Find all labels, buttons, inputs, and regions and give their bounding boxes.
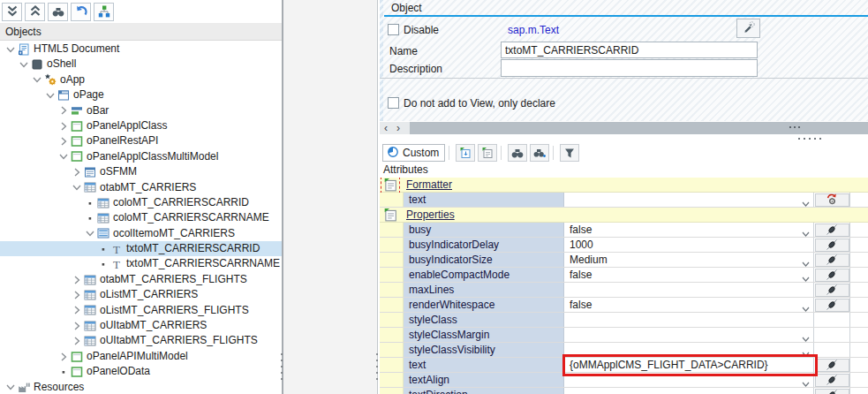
tree-item-label: oPage bbox=[73, 87, 104, 102]
tree-item-label: oBar bbox=[87, 103, 109, 118]
panel-splitter-middle[interactable] bbox=[377, 0, 378, 394]
find-next-attribute-button[interactable] bbox=[530, 144, 549, 162]
declare-only-checkbox[interactable] bbox=[388, 97, 399, 109]
tree-item-ouitabmt-carriers-flights[interactable]: oUItabMT_CARRIERS_FLIGHTS bbox=[0, 333, 282, 348]
bind-property-button[interactable] bbox=[815, 239, 849, 252]
undo-button[interactable] bbox=[71, 3, 91, 21]
expand-arrow-icon[interactable] bbox=[71, 320, 83, 332]
attr-value-field[interactable]: {oMMApplCMS_FLIGHT_DATA>CARRID} bbox=[564, 358, 814, 372]
attr-label: busyIndicatorSize bbox=[404, 253, 564, 267]
attr-value-field[interactable]: false bbox=[564, 268, 814, 282]
bind-property-button[interactable] bbox=[815, 389, 849, 394]
collapse-arrow-icon[interactable] bbox=[4, 381, 17, 393]
attr-value-field[interactable] bbox=[564, 313, 814, 327]
attr-value-field[interactable] bbox=[564, 343, 814, 357]
attr-value-field[interactable]: Medium bbox=[564, 253, 814, 267]
attr-value-field[interactable] bbox=[564, 388, 814, 394]
control-class-link[interactable]: sap.m.Text bbox=[508, 24, 559, 36]
filter-attributes-button[interactable] bbox=[560, 144, 579, 162]
tree-item-resources[interactable]: Resources bbox=[0, 380, 282, 394]
tree-item-opanelapplclass[interactable]: oPanelApplClass bbox=[0, 118, 282, 133]
bind-property-button[interactable] bbox=[815, 269, 849, 282]
expand-arrow-icon[interactable] bbox=[57, 135, 70, 148]
tree-item-colomt-carrierscarrid[interactable]: coloMT_CARRIERSCARRID bbox=[0, 195, 282, 210]
attr-value-field[interactable]: false bbox=[564, 223, 814, 237]
svg-text:T: T bbox=[113, 258, 120, 270]
collapse-arrow-icon[interactable] bbox=[84, 227, 96, 239]
bind-property-button[interactable] bbox=[815, 284, 849, 297]
attr-value-field[interactable]: false bbox=[564, 298, 814, 312]
splitter-grip-middle[interactable] bbox=[374, 353, 379, 380]
collapse-all-button[interactable] bbox=[25, 3, 45, 21]
tree-item-opage[interactable]: oPage bbox=[0, 87, 282, 102]
expand-all-button[interactable] bbox=[2, 3, 22, 21]
tree-item-html5-document[interactable]: HTML5 Document bbox=[0, 42, 282, 57]
attr-section-label[interactable]: Formatter bbox=[406, 178, 452, 191]
pick-control-button[interactable] bbox=[736, 19, 760, 38]
attr-value-field[interactable] bbox=[564, 283, 814, 297]
collapse-categories-button[interactable] bbox=[478, 144, 497, 162]
tree-item-oapp[interactable]: oApp bbox=[0, 72, 282, 87]
scroll-left-icon[interactable]: ‹ bbox=[380, 122, 392, 134]
attr-value-field[interactable] bbox=[564, 193, 814, 207]
attr-value-field[interactable] bbox=[564, 328, 814, 342]
bind-property-button[interactable] bbox=[815, 374, 849, 387]
binoculars-plus-icon bbox=[533, 147, 546, 159]
tree-item-opanelapimultimodel[interactable]: oPanelAPIMultiModel bbox=[0, 349, 282, 364]
tree-item-osfmm[interactable]: oSFMM bbox=[0, 164, 282, 179]
collapse-arrow-icon[interactable] bbox=[4, 43, 17, 56]
find-attribute-button[interactable] bbox=[508, 144, 527, 162]
expand-arrow-icon[interactable] bbox=[57, 104, 70, 117]
collapse-arrow-icon[interactable] bbox=[18, 58, 30, 71]
attr-section-properties[interactable]: Properties bbox=[380, 208, 868, 223]
expand-arrow-icon[interactable] bbox=[71, 274, 83, 286]
attr-section-label[interactable]: Properties bbox=[406, 208, 455, 221]
expand-arrow-icon[interactable] bbox=[71, 289, 83, 301]
tree-item-opanelapplclassmultimodel[interactable]: oPanelApplClassMultiModel bbox=[0, 149, 282, 164]
collapse-arrow-icon[interactable] bbox=[71, 181, 83, 193]
collapse-arrow-icon[interactable] bbox=[57, 150, 70, 163]
tree-item-ouitabmt-carriers[interactable]: oUItabMT_CARRIERS bbox=[0, 318, 282, 333]
tree-item-colomt-carrierscarrname[interactable]: coloMT_CARRIERSCARRNAME bbox=[0, 210, 282, 225]
attr-section-formatter[interactable]: Formatter bbox=[380, 178, 868, 193]
collapse-arrow-icon[interactable] bbox=[31, 73, 43, 86]
attr-row-textdirection: textDirection bbox=[380, 388, 868, 394]
tree-item-olistmt-carriers-flights[interactable]: oListMT_CARRIERS_FLIGHTS bbox=[0, 303, 282, 318]
name-field[interactable] bbox=[501, 42, 758, 58]
tree-item-otabmt-carriers-flights[interactable]: otabMT_CARRIERS_FLIGHTS bbox=[0, 272, 282, 287]
find-button[interactable] bbox=[48, 3, 68, 21]
attr-value-field[interactable]: 1000 bbox=[564, 238, 814, 252]
scrollbar-thumb[interactable] bbox=[410, 122, 868, 134]
attr-value-field[interactable] bbox=[564, 373, 814, 387]
table-icon bbox=[83, 335, 96, 347]
link-with-editor-button[interactable] bbox=[94, 3, 114, 21]
horizontal-scrollbar[interactable]: ‹ › bbox=[380, 122, 868, 134]
tree-item-otabmt-carriers[interactable]: otabMT_CARRIERS bbox=[0, 180, 282, 195]
bind-property-button[interactable] bbox=[815, 254, 849, 267]
tree-item-obar[interactable]: oBar bbox=[0, 103, 282, 118]
custom-button[interactable]: Custom bbox=[382, 144, 445, 162]
expand-arrow-icon[interactable] bbox=[57, 120, 70, 133]
tree-item-txtomt-carrierscarrname[interactable]: TtxtoMT_CARRIERSCARRNAME bbox=[0, 256, 282, 271]
scroll-right-icon[interactable]: › bbox=[392, 122, 404, 134]
tree-item-ocolitemomt-carriers[interactable]: ocolItemoMT_CARRIERS bbox=[0, 226, 282, 241]
collapse-arrow-icon[interactable] bbox=[44, 89, 57, 102]
tree-item-txtomt-carrierscarrid[interactable]: TtxtoMT_CARRIERSCARRID bbox=[0, 241, 282, 256]
expand-categories-button[interactable] bbox=[456, 144, 475, 162]
expand-arrow-icon[interactable] bbox=[71, 304, 83, 316]
bind-icon bbox=[826, 359, 838, 371]
description-field[interactable] bbox=[501, 59, 758, 77]
bind-property-button[interactable] bbox=[815, 224, 849, 237]
tree-item-oshell[interactable]: oShell bbox=[0, 57, 282, 72]
bind-property-button[interactable] bbox=[815, 359, 849, 372]
disable-checkbox[interactable] bbox=[388, 24, 399, 35]
tree-item-opanelodata[interactable]: oPanelOData bbox=[0, 364, 282, 379]
tree-item-olistmt-carriers[interactable]: oListMT_CARRIERS bbox=[0, 287, 282, 302]
expand-arrow-icon[interactable] bbox=[57, 351, 70, 363]
bind-property-button[interactable] bbox=[815, 299, 849, 312]
tree-item-opanelrestapi[interactable]: oPanelRestAPI bbox=[0, 133, 282, 148]
horizontal-splitter[interactable] bbox=[380, 134, 868, 143]
formatter-function-button[interactable] bbox=[815, 193, 849, 207]
expand-arrow-icon[interactable] bbox=[71, 166, 83, 178]
expand-arrow-icon[interactable] bbox=[71, 335, 83, 347]
